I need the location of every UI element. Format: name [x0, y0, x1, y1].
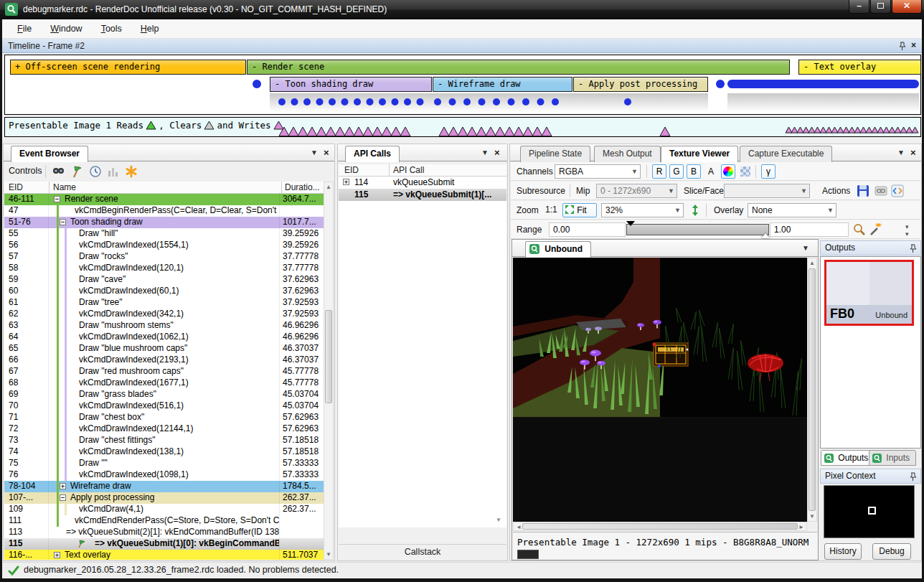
range-max-input[interactable]: 1.00	[770, 222, 849, 237]
callstack-section[interactable]: Callstack	[339, 544, 506, 560]
event-row[interactable]: 57Draw "rocks"37.77778	[4, 251, 324, 263]
zoom-1to1-button[interactable]: 1:1	[545, 205, 557, 215]
range-white-point-handle[interactable]	[761, 233, 770, 238]
tree-expander-icon[interactable]: −	[60, 494, 66, 501]
close-icon[interactable]: ×	[910, 147, 916, 158]
event-row[interactable]: 113=> vkQueueSubmit(2)[1]: vkEndCommandB…	[4, 527, 324, 538]
event-row[interactable]: 115=> vkQueueSubmit(1)[0]: vkBeginComman…	[4, 538, 324, 550]
scroll-down-icon[interactable]: ▼	[496, 517, 501, 523]
event-row[interactable]: 67Draw "red mushroom caps"45.77778	[4, 366, 324, 377]
pixel-context-view[interactable]	[824, 485, 915, 538]
texture-display[interactable]	[513, 258, 808, 522]
timeline-body[interactable]: + Off-screen scene rendering- Render sce…	[4, 55, 921, 115]
event-row[interactable]: 59Draw "cave"37.62963	[4, 274, 324, 286]
event-row[interactable]: 73Draw "chest fittings"57.18518	[4, 435, 324, 446]
tree-expander-icon[interactable]: −	[60, 219, 66, 225]
save-icon[interactable]	[856, 184, 870, 198]
event-row[interactable]: 69Draw "grass blades"45.03704	[4, 389, 324, 400]
event-row[interactable]: 76vkCmdDrawIndexed(1098,1)57.33333	[4, 469, 324, 481]
event-row[interactable]: 70vkCmdDrawIndexed(516,1)45.03704	[4, 400, 324, 412]
asterisk-icon[interactable]	[124, 164, 138, 179]
gamma-button[interactable]: γ	[761, 164, 776, 179]
tab-unbound-texture[interactable]: Unbound	[525, 241, 591, 258]
close-button[interactable]: ✕	[892, 0, 922, 14]
event-row[interactable]: 71Draw "chest box"57.62963	[4, 412, 324, 423]
close-icon[interactable]: ×	[324, 147, 329, 158]
tab-mesh-output[interactable]: Mesh Output	[594, 146, 661, 162]
bookmark-flag-icon[interactable]	[70, 164, 84, 179]
chevron-down-icon[interactable]: ▼	[802, 244, 809, 252]
channel-red-button[interactable]: R	[652, 164, 666, 179]
tab-capture-executable[interactable]: Capture Executable	[740, 146, 832, 162]
maximize-button[interactable]	[870, 0, 891, 14]
tree-expander-icon[interactable]: +	[60, 483, 66, 489]
event-row[interactable]: 111vkCmdEndRenderPass(C=Store, D=Store, …	[4, 515, 324, 527]
event-table[interactable]: 46-111−Render scene3064.7...47vkCmdBegin…	[4, 194, 324, 560]
event-row[interactable]: 116-...+Text overlay511.7037	[4, 550, 324, 560]
debug-button[interactable]: Debug	[872, 543, 911, 560]
tab-inputs[interactable]: Inputs	[869, 450, 916, 466]
chevron-down-icon[interactable]: ▼	[481, 149, 489, 156]
zoom-level-dropdown[interactable]: 32%▼	[601, 203, 684, 217]
event-row[interactable]: 65Draw "blue mushroom caps"46.37037	[4, 343, 324, 355]
overflow-chevron-icon[interactable]: ▾▾	[905, 223, 909, 238]
history-button[interactable]: History	[824, 543, 862, 560]
autofit-wand-icon[interactable]	[868, 222, 882, 237]
menu-tools[interactable]: Tools	[92, 19, 131, 39]
event-row[interactable]: 55Draw "hill"39.25926	[4, 228, 324, 240]
find-icon[interactable]	[51, 164, 65, 179]
preview-vscrollbar[interactable]: ▲ ▼	[807, 258, 817, 522]
event-row[interactable]: 64vkCmdDrawIndexed(1062,1)46.96296	[4, 332, 324, 343]
range-black-point-handle[interactable]	[626, 221, 635, 226]
overlay-dropdown[interactable]: None▼	[748, 203, 836, 217]
preview-hscrollbar[interactable]: ◄ ►	[513, 522, 807, 531]
fit-button[interactable]: Fit	[562, 203, 597, 217]
event-row[interactable]: 109vkCmdDraw(4,1)262.37...	[4, 504, 324, 515]
channel-green-button[interactable]: G	[669, 164, 684, 179]
event-row[interactable]: 72vkCmdDrawIndexed(12144,1)57.62963	[4, 423, 324, 435]
close-icon[interactable]: ×	[911, 40, 916, 50]
pin-icon[interactable]	[909, 244, 917, 253]
menu-help[interactable]: Help	[131, 19, 169, 39]
event-browser-vscrollbar[interactable]: ▲ ▼	[324, 182, 334, 560]
range-slider[interactable]	[626, 224, 769, 235]
tab-pipeline-state[interactable]: Pipeline State	[520, 146, 590, 162]
channels-dropdown[interactable]: RGBA▼	[555, 164, 641, 179]
event-row[interactable]: 61Draw "tree"37.92593	[4, 297, 324, 309]
event-row[interactable]: 56vkCmdDrawIndexed(1554,1)39.25926	[4, 240, 324, 251]
menu-window[interactable]: Window	[41, 19, 91, 39]
event-row[interactable]: 66vkCmdDrawIndexed(2193,1)46.37037	[4, 355, 324, 366]
channel-blue-button[interactable]: B	[687, 164, 701, 179]
flip-vertical-icon[interactable]	[690, 204, 700, 217]
color-wheel-icon[interactable]	[721, 164, 735, 179]
api-call-list[interactable]: +114vkQueueSubmit115=> vkQueueSubmit(1)[…	[339, 177, 506, 527]
event-row[interactable]: 47vkCmdBeginRenderPass(C=Clear, D=Clear,…	[4, 205, 324, 217]
clock-icon[interactable]	[88, 164, 103, 179]
event-row[interactable]: 58vkCmdDrawIndexed(120,1)37.77778	[4, 263, 324, 274]
event-row[interactable]: 46-111−Render scene3064.7...	[4, 194, 324, 205]
slice-face-dropdown[interactable]: ▼	[724, 184, 810, 198]
api-table-header[interactable]: EID API Call	[339, 164, 506, 177]
api-call-row[interactable]: 115=> vkQueueSubmit(1)[...	[339, 189, 506, 201]
event-row[interactable]: 75Draw ""57.33333	[4, 458, 324, 469]
zoom-range-icon[interactable]	[852, 222, 867, 237]
event-row[interactable]: 62vkCmdDrawIndexed(342,1)37.92593	[4, 309, 324, 320]
event-row[interactable]: 63Draw "mushroom stems"46.96296	[4, 320, 324, 332]
tab-outputs[interactable]: Outputs	[821, 450, 874, 466]
range-min-input[interactable]: 0.00	[549, 222, 626, 237]
event-row[interactable]: 51-76−Toon shading draw1017.7...	[4, 217, 324, 228]
code-icon[interactable]	[890, 184, 905, 198]
checkerboard-icon[interactable]	[738, 164, 753, 179]
event-row[interactable]: 78-104+Wireframe draw1784.5...	[4, 481, 324, 492]
event-row[interactable]: 107-...−Apply post processing262.37...	[4, 492, 324, 504]
tab-api-calls[interactable]: API Calls	[345, 146, 400, 162]
chevron-down-icon[interactable]: ▼	[897, 149, 905, 156]
close-icon[interactable]: ×	[494, 147, 500, 158]
tree-expander-icon[interactable]: −	[54, 196, 60, 202]
tab-event-browser[interactable]: Event Browser	[11, 146, 88, 162]
event-row[interactable]: 60vkCmdDrawIndexed(60,1)37.62963	[4, 286, 324, 297]
chevron-down-icon[interactable]: ▼	[311, 149, 318, 156]
event-row[interactable]: 68vkCmdDrawIndexed(1677,1)45.77778	[4, 377, 324, 389]
mip-dropdown[interactable]: 0 - 1272x690▼	[596, 184, 677, 198]
event-row[interactable]: 74vkCmdDrawIndexed(138,1)57.18518	[4, 446, 324, 458]
